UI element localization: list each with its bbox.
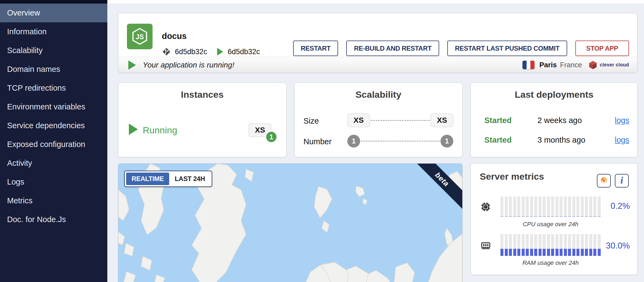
number-range-line	[361, 141, 440, 142]
deployment-logs-link[interactable]: logs	[615, 136, 629, 145]
sidebar-nav: OverviewInformationScalabilityDomain nam…	[0, 4, 107, 229]
ram-bar	[530, 234, 533, 256]
cpu-bar	[543, 197, 546, 217]
sidebar-top-strip	[0, 0, 107, 4]
scalability-card: Scalability Size XS XS Number 1 1	[294, 82, 463, 157]
sidebar-item-environment-variables[interactable]: Environment variables	[0, 97, 107, 116]
running-status-icon	[128, 60, 137, 70]
cpu-bar	[585, 197, 588, 217]
deployment-row: Started 2 weeks ago logs	[471, 116, 637, 126]
cpu-usage-caption: CPU usage over 24h	[500, 221, 601, 228]
sidebar-item-overview[interactable]: Overview	[0, 4, 107, 22]
server-metrics-card: Server metrics i 0	[470, 163, 638, 275]
nodejs-icon: JS	[127, 24, 153, 49]
cpu-bar	[568, 197, 571, 217]
cpu-bar	[509, 197, 512, 217]
sidebar: OverviewInformationScalabilityDomain nam…	[0, 0, 107, 282]
deployment-logs-link[interactable]: logs	[615, 116, 629, 125]
cpu-usage-bars	[500, 197, 601, 217]
sidebar-item-exposed-configuration[interactable]: Exposed configuration	[0, 135, 107, 154]
scalability-title: Scalability	[294, 89, 462, 100]
ram-bar	[500, 234, 503, 256]
zone-city: Paris	[539, 61, 557, 69]
ram-bar	[543, 234, 546, 256]
access-map-card[interactable]: REALTIME LAST 24H beta	[118, 163, 463, 282]
ram-bar	[581, 234, 584, 256]
instance-count-badge: 1	[265, 131, 277, 143]
server-metrics-title: Server metrics	[480, 171, 544, 182]
ram-usage-value: 30.0%	[606, 241, 630, 251]
restart-button[interactable]: RESTART	[293, 41, 338, 56]
ram-bar	[505, 234, 508, 256]
zone-country: France	[560, 61, 582, 69]
rebuild-and-restart-button[interactable]: RE-BUILD AND RESTART	[346, 41, 439, 56]
cpu-bar	[534, 197, 537, 217]
sidebar-item-metrics[interactable]: Metrics	[0, 191, 107, 210]
ram-bar	[585, 234, 588, 256]
sidebar-item-domain-names[interactable]: Domain names	[0, 60, 107, 79]
sidebar-item-activity[interactable]: Activity	[0, 154, 107, 173]
ram-bar	[517, 234, 520, 256]
cpu-bar	[513, 197, 516, 217]
sidebar-item-service-dependencies[interactable]: Service dependencies	[0, 116, 107, 135]
sidebar-item-logs[interactable]: Logs	[0, 173, 107, 191]
ram-bar	[526, 234, 529, 256]
cpu-bar	[530, 197, 533, 217]
metrics-info-button[interactable]: i	[615, 174, 629, 188]
ram-usage-bars	[500, 234, 601, 256]
ram-bar	[555, 234, 558, 256]
number-min-badge: 1	[347, 135, 360, 148]
running-play-icon	[129, 124, 138, 135]
grafana-button[interactable]	[597, 174, 611, 188]
grafana-icon	[600, 176, 608, 185]
size-range-line	[371, 120, 430, 121]
cpu-bar	[500, 197, 503, 217]
france-flag-icon	[523, 61, 534, 69]
ram-bar	[522, 234, 525, 256]
ram-icon	[480, 240, 491, 251]
ram-bar	[568, 234, 571, 256]
ram-bar	[509, 234, 512, 256]
cpu-usage-value: 0.2%	[610, 201, 630, 211]
cpu-bar	[539, 197, 542, 217]
map-mode-toggle: REALTIME LAST 24H	[124, 171, 212, 187]
tab-realtime[interactable]: REALTIME	[126, 173, 169, 185]
cpu-bar	[555, 197, 558, 217]
ram-bar	[564, 234, 567, 256]
restart-last-pushed-commit-button[interactable]: RESTART LAST PUSHED COMMIT	[447, 41, 567, 56]
instance-state: Running	[143, 125, 177, 136]
tab-last-24h[interactable]: LAST 24H	[169, 173, 210, 185]
svg-text:JS: JS	[136, 33, 144, 41]
metrics-actions: i	[597, 174, 629, 188]
provider-name: clever cloud	[600, 62, 629, 68]
sidebar-item-scalability[interactable]: Scalability	[0, 41, 107, 60]
sidebar-item-tcp-redirections[interactable]: TCP redirections	[0, 79, 107, 97]
cpu-bar	[598, 197, 601, 217]
cpu-bar	[572, 197, 575, 217]
ram-bar	[551, 234, 554, 256]
ram-bar	[598, 234, 601, 256]
topbar-edge	[107, 0, 644, 4]
deployment-state: Started	[484, 136, 512, 145]
ram-bar	[513, 234, 516, 256]
sidebar-item-information[interactable]: Information	[0, 22, 107, 41]
clever-cloud-logo	[589, 61, 597, 69]
cpu-bar	[564, 197, 567, 217]
ram-bar	[539, 234, 542, 256]
git-commit-icon	[162, 47, 171, 56]
sidebar-item-doc-for-node-js[interactable]: Doc. for Node.Js	[0, 210, 107, 229]
zone-info: Paris France clever cloud	[523, 61, 629, 69]
app-name: docus	[162, 31, 187, 41]
commit-row: 6d5db32c 6d5db32c	[162, 47, 260, 56]
info-icon: i	[620, 175, 623, 185]
deployed-commit-hash: 6d5db32c	[175, 48, 207, 56]
status-message: Your application is running!	[143, 61, 234, 69]
instances-title: Instances	[118, 89, 286, 100]
size-max-badge: XS	[431, 114, 453, 127]
size-label: Size	[303, 117, 319, 125]
ram-usage-caption: RAM usage over 24h	[500, 259, 601, 266]
number-label: Number	[303, 137, 332, 146]
deployment-time: 3 months ago	[537, 136, 585, 145]
stop-app-button[interactable]: STOP APP	[575, 41, 629, 56]
cpu-bar	[522, 197, 525, 217]
